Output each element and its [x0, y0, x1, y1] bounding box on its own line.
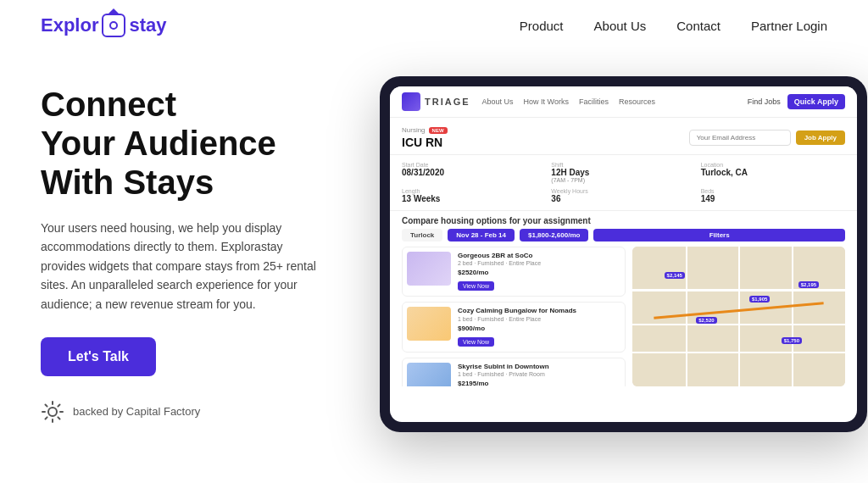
map-road-v1	[686, 247, 687, 386]
listings-map: Gorgeous 2BR at SoCo 2 bed · Furnished ·…	[390, 247, 857, 386]
app-find-jobs[interactable]: Find Jobs	[748, 97, 781, 106]
listing-card: Skyrise Sublnt in Downtown 1 bed · Furni…	[402, 358, 626, 386]
map-road-v2	[738, 247, 740, 386]
cta-button[interactable]: Let's Talk	[41, 337, 156, 376]
job-detail-hours: Weekly Hours 36	[551, 188, 695, 203]
job-new-badge: NEW	[429, 127, 448, 134]
listing-meta: 1 bed · Furnished · Entire Place	[458, 316, 620, 322]
listing-meta: 1 bed · Furnished · Private Room	[458, 371, 620, 377]
job-email-input[interactable]	[689, 130, 791, 146]
map-pin[interactable]: $2,195	[798, 281, 819, 288]
listing-info: Skyrise Sublnt in Downtown 1 bed · Furni…	[458, 363, 620, 386]
hero-title: Connect Your Audience With Stays	[41, 85, 329, 202]
main-header: Explor stay Product About Us Contact Par…	[0, 0, 868, 51]
nav-about-us[interactable]: About Us	[594, 19, 647, 33]
main-nav: Product About Us Contact Partner Login	[520, 19, 827, 33]
tablet-frame: TRIAGE About Us How It Works Facilities …	[380, 76, 867, 432]
nav-partner-login[interactable]: Partner Login	[751, 19, 827, 33]
listing-card: Cozy Calming Bungalow for Nomads 1 bed ·…	[402, 302, 626, 352]
nav-contact[interactable]: Contact	[676, 19, 721, 33]
logo-text-after: stay	[129, 14, 166, 36]
map-pin[interactable]: $1,750	[782, 337, 802, 344]
logo-text-before: Explor	[41, 14, 98, 36]
job-detail-start-date: Start Date 08/31/2020	[402, 162, 546, 183]
listing-image	[407, 363, 451, 386]
listing-name: Skyrise Sublnt in Downtown	[458, 363, 620, 371]
main-content: Connect Your Audience With Stays Your us…	[0, 51, 868, 432]
job-detail-shift: Shift 12H Days (7AM - 7PM)	[551, 162, 695, 183]
job-title-area: Nursing NEW ICU RN	[402, 126, 448, 149]
logo-home-icon	[102, 14, 125, 37]
job-main-title: ICU RN	[402, 136, 448, 149]
app-quick-apply-btn[interactable]: Quick Apply	[787, 94, 845, 109]
listings-list: Gorgeous 2BR at SoCo 2 bed · Furnished ·…	[402, 247, 632, 386]
listing-view-btn[interactable]: View Now	[458, 281, 494, 291]
job-detail-location: Location Turlock, CA	[701, 162, 845, 183]
job-detail-beds: Beds 149	[701, 188, 845, 203]
gear-icon	[41, 400, 64, 424]
hero-left: Connect Your Audience With Stays Your us…	[41, 76, 329, 424]
app-actions: Find Jobs Quick Apply	[748, 94, 845, 109]
svg-point-0	[48, 408, 57, 416]
backed-label: backed by Capital Factory	[73, 405, 200, 418]
listing-price: $2195/mo	[458, 380, 620, 386]
filter-location[interactable]: Turlock	[402, 229, 442, 242]
app-nav: About Us How It Works Facilities Resourc…	[482, 97, 736, 106]
backed-by: backed by Capital Factory	[41, 400, 329, 424]
map-pin[interactable]: $2,520	[696, 317, 716, 324]
map-area: $2,145$1,905$2,520$1,750$2,195	[632, 247, 845, 386]
app-nav-facilities[interactable]: Facilities	[579, 97, 609, 106]
job-detail-length: Length 13 Weeks	[402, 188, 546, 203]
map-road-v3	[792, 247, 793, 386]
filter-bar: Turlock Nov 28 - Feb 14 $1,800-2,600/mo …	[390, 229, 857, 247]
job-section: Nursing NEW ICU RN Job Apply	[390, 118, 857, 155]
filter-dates[interactable]: Nov 28 - Feb 14	[448, 229, 515, 242]
listing-info: Cozy Calming Bungalow for Nomads 1 bed ·…	[458, 307, 620, 347]
map-pin[interactable]: $1,905	[749, 296, 770, 303]
app-nav-resources[interactable]: Resources	[619, 97, 655, 106]
listing-view-btn[interactable]: View Now	[458, 337, 494, 347]
logo[interactable]: Explor stay	[41, 14, 167, 37]
app-logo: TRIAGE	[402, 92, 470, 111]
housing-header: Compare housing options for your assignm…	[390, 211, 857, 229]
listing-card: Gorgeous 2BR at SoCo 2 bed · Furnished ·…	[402, 247, 626, 297]
listing-image	[407, 252, 451, 286]
listing-name: Cozy Calming Bungalow for Nomads	[458, 307, 620, 315]
tablet-screen: TRIAGE About Us How It Works Facilities …	[390, 86, 857, 422]
listing-image	[407, 307, 451, 341]
filter-price[interactable]: $1,800-2,600/mo	[520, 229, 588, 242]
listing-price: $900/mo	[458, 325, 620, 332]
map-background: $2,145$1,905$2,520$1,750$2,195	[632, 247, 845, 386]
nav-product[interactable]: Product	[520, 19, 564, 33]
job-badge-row: Nursing NEW	[402, 126, 448, 134]
app-logo-text: TRIAGE	[425, 97, 470, 107]
app-nav-about[interactable]: About Us	[482, 97, 514, 106]
tablet-mockup: TRIAGE About Us How It Works Facilities …	[380, 76, 867, 432]
job-type-label: Nursing	[402, 126, 426, 134]
app-nav-how[interactable]: How It Works	[524, 97, 569, 106]
app-logo-icon	[402, 92, 420, 111]
listing-price: $2520/mo	[458, 269, 620, 276]
map-pin[interactable]: $2,145	[665, 272, 685, 279]
listing-name: Gorgeous 2BR at SoCo	[458, 252, 620, 260]
job-details: Start Date 08/31/2020 Shift 12H Days (7A…	[390, 155, 857, 211]
hero-description: Your users need housing, we help you dis…	[41, 219, 329, 314]
listing-info: Gorgeous 2BR at SoCo 2 bed · Furnished ·…	[458, 252, 620, 291]
app-header: TRIAGE About Us How It Works Facilities …	[390, 86, 857, 118]
job-apply-btn[interactable]: Job Apply	[796, 130, 845, 145]
listing-meta: 2 bed · Furnished · Entire Place	[458, 260, 620, 266]
job-apply-area: Job Apply	[689, 130, 845, 146]
filter-filters-btn[interactable]: Filters	[593, 229, 845, 242]
